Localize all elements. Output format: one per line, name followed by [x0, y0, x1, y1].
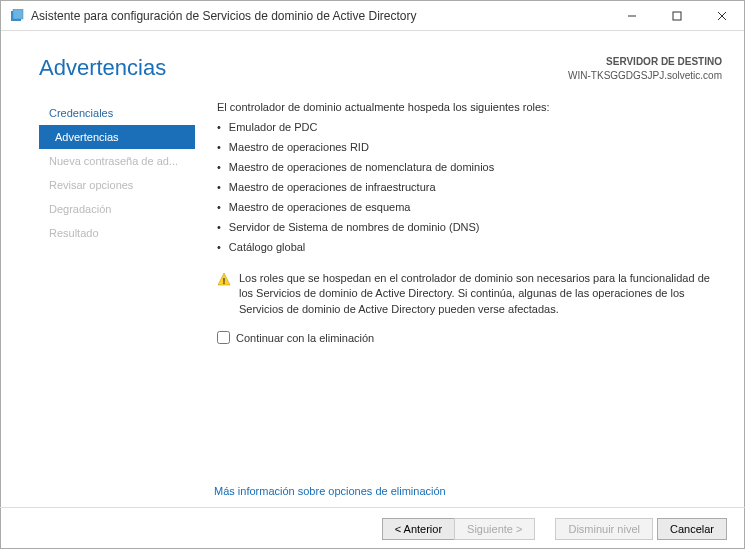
sidebar: Credenciales Advertencias Nueva contrase… [39, 91, 195, 491]
continue-removal-row: Continuar con la eliminación [217, 331, 716, 344]
sidebar-item-degradacion: Degradación [39, 197, 195, 221]
continue-removal-checkbox[interactable] [217, 331, 230, 344]
svg-text:!: ! [223, 276, 226, 286]
next-button: Siguiente > [454, 518, 535, 540]
sidebar-item-resultado: Resultado [39, 221, 195, 245]
role-item: Maestro de operaciones de infraestructur… [217, 179, 716, 199]
destination-info: SERVIDOR DE DESTINO WIN-TKSGGDGSJPJ.solv… [568, 55, 722, 83]
destination-label: SERVIDOR DE DESTINO [568, 55, 722, 69]
sidebar-item-revisar-opciones: Revisar opciones [39, 173, 195, 197]
role-item: Maestro de operaciones de esquema [217, 199, 716, 219]
role-item: Servidor de Sistema de nombres de domini… [217, 219, 716, 239]
sidebar-item-nueva-contrasena: Nueva contraseña de ad... [39, 149, 195, 173]
role-list: Emulador de PDC Maestro de operaciones R… [217, 119, 716, 259]
app-icon [9, 8, 25, 24]
titlebar: Asistente para configuración de Servicio… [1, 1, 744, 31]
page-title: Advertencias [39, 55, 166, 81]
svg-rect-3 [673, 12, 681, 20]
demote-button: Disminuir nivel [555, 518, 653, 540]
window-controls [609, 1, 744, 31]
close-button[interactable] [699, 1, 744, 31]
svg-rect-1 [13, 9, 23, 19]
intro-text: El controlador de dominio actualmente ho… [217, 101, 716, 113]
warning-icon: ! [217, 272, 231, 286]
destination-value: WIN-TKSGGDGSJPJ.solvetic.com [568, 69, 722, 83]
header: Advertencias SERVIDOR DE DESTINO WIN-TKS… [1, 31, 744, 91]
sidebar-item-advertencias[interactable]: Advertencias [39, 125, 195, 149]
role-item: Emulador de PDC [217, 119, 716, 139]
cancel-button[interactable]: Cancelar [657, 518, 727, 540]
window-title: Asistente para configuración de Servicio… [31, 9, 609, 23]
role-item: Maestro de operaciones de nomenclatura d… [217, 159, 716, 179]
maximize-button[interactable] [654, 1, 699, 31]
continue-removal-label[interactable]: Continuar con la eliminación [236, 332, 374, 344]
content: El controlador de dominio actualmente ho… [195, 91, 744, 491]
role-item: Catálogo global [217, 239, 716, 259]
warning-text: Los roles que se hospedan en el controla… [239, 271, 716, 317]
minimize-button[interactable] [609, 1, 654, 31]
footer: < Anterior Siguiente > Disminuir nivel C… [0, 507, 745, 549]
previous-button[interactable]: < Anterior [382, 518, 454, 540]
warning-block: ! Los roles que se hospedan en el contro… [217, 271, 716, 317]
sidebar-item-credenciales[interactable]: Credenciales [39, 101, 195, 125]
body: Credenciales Advertencias Nueva contrase… [1, 91, 744, 491]
more-info-link[interactable]: Más información sobre opciones de elimin… [214, 485, 446, 497]
role-item: Maestro de operaciones RID [217, 139, 716, 159]
